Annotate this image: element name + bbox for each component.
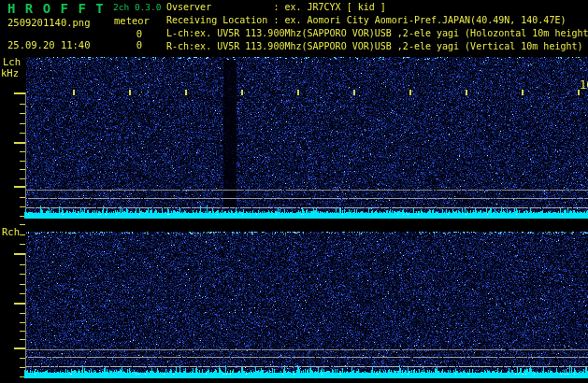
mode-label: meteor — [114, 15, 150, 26]
station-info-block: Ovserver : ex. JR7CYX [ kid ] Receiving … — [166, 1, 588, 53]
version-label: 2ch 0.3.0 — [113, 2, 161, 12]
meteor-count-upper: 0 — [110, 28, 142, 39]
datetime-label: 25.09.20 11:40 — [7, 39, 91, 50]
lch-axis-label: Lch — [3, 56, 21, 67]
rch-info-line: R-ch:ex. UV5R 113.900Mhz(SAPPORO VOR)USB… — [166, 40, 588, 53]
app-title: H R O F F T — [7, 1, 105, 16]
filename-label: 2509201140.png — [7, 17, 91, 28]
hrofft-screen: H R O F F T 2ch 0.3.0 2509201140.png met… — [0, 0, 588, 383]
spectrogram-canvas — [0, 0, 588, 383]
location-line: Receiving Location : ex. Aomori City Aom… — [166, 14, 588, 27]
clipped-time-label: 10 — [580, 78, 588, 92]
khz-unit-label: kHz — [1, 67, 19, 78]
lch-info-line: L-ch:ex. UV5R 113.900Mhz(SAPPORO VOR)USB… — [166, 27, 588, 40]
observer-line: Ovserver : ex. JR7CYX [ kid ] — [166, 1, 588, 14]
meteor-count-lower: 0 — [110, 39, 142, 50]
rch-axis-label: Rch — [2, 226, 20, 237]
